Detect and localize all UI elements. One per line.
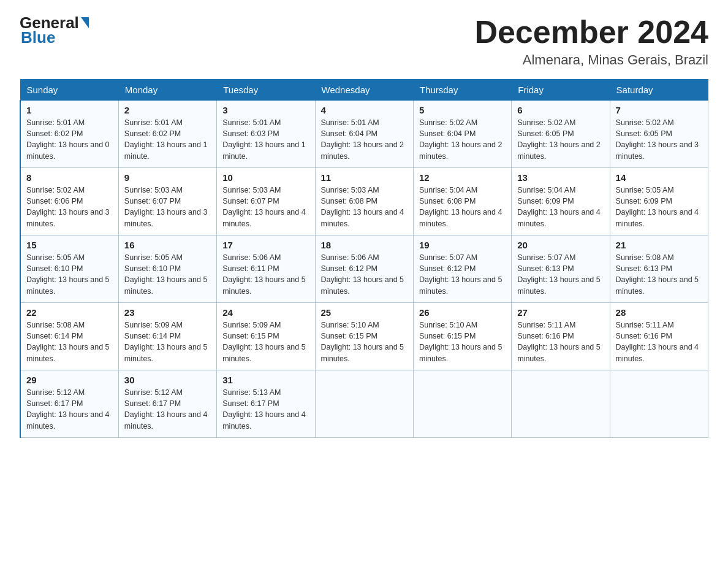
- calendar-table: Sunday Monday Tuesday Wednesday Thursday…: [20, 79, 708, 438]
- day-number: 1: [26, 105, 113, 115]
- day-number: 7: [616, 105, 702, 115]
- table-row: 10 Sunrise: 5:03 AMSunset: 6:07 PMDaylig…: [217, 168, 315, 236]
- day-info: Sunrise: 5:01 AMSunset: 6:03 PMDaylight:…: [222, 118, 306, 160]
- col-monday: Monday: [118, 80, 216, 101]
- table-row: 15 Sunrise: 5:05 AMSunset: 6:10 PMDaylig…: [20, 236, 118, 303]
- table-row: 7 Sunrise: 5:02 AMSunset: 6:05 PMDayligh…: [610, 101, 708, 168]
- day-info: Sunrise: 5:04 AMSunset: 6:09 PMDaylight:…: [517, 186, 601, 228]
- table-row: 5 Sunrise: 5:02 AMSunset: 6:04 PMDayligh…: [413, 101, 511, 168]
- day-number: 30: [124, 375, 211, 385]
- table-row: 9 Sunrise: 5:03 AMSunset: 6:07 PMDayligh…: [118, 168, 216, 236]
- day-info: Sunrise: 5:11 AMSunset: 6:16 PMDaylight:…: [616, 321, 699, 362]
- day-number: 29: [26, 375, 113, 385]
- table-row: 24 Sunrise: 5:09 AMSunset: 6:15 PMDaylig…: [217, 303, 315, 370]
- location-subtitle: Almenara, Minas Gerais, Brazil: [474, 52, 708, 68]
- day-info: Sunrise: 5:06 AMSunset: 6:11 PMDaylight:…: [222, 253, 306, 295]
- day-number: 8: [26, 172, 113, 183]
- day-number: 15: [26, 240, 113, 250]
- day-info: Sunrise: 5:02 AMSunset: 6:05 PMDaylight:…: [616, 118, 699, 160]
- table-row: [315, 370, 413, 438]
- day-number: 6: [517, 105, 604, 115]
- col-thursday: Thursday: [413, 80, 511, 101]
- day-number: 28: [616, 307, 702, 318]
- logo: General Blue: [20, 15, 90, 47]
- day-info: Sunrise: 5:02 AMSunset: 6:06 PMDaylight:…: [26, 186, 110, 228]
- table-row: 21 Sunrise: 5:08 AMSunset: 6:13 PMDaylig…: [610, 236, 708, 303]
- table-row: 4 Sunrise: 5:01 AMSunset: 6:04 PMDayligh…: [315, 101, 413, 168]
- table-row: 29 Sunrise: 5:12 AMSunset: 6:17 PMDaylig…: [20, 370, 118, 438]
- table-row: 31 Sunrise: 5:13 AMSunset: 6:17 PMDaylig…: [217, 370, 315, 438]
- calendar-header-row: Sunday Monday Tuesday Wednesday Thursday…: [20, 80, 708, 101]
- day-number: 22: [26, 307, 113, 318]
- day-number: 3: [222, 105, 309, 115]
- col-friday: Friday: [512, 80, 610, 101]
- day-info: Sunrise: 5:11 AMSunset: 6:16 PMDaylight:…: [517, 321, 601, 362]
- logo-blue-text: Blue: [21, 28, 55, 47]
- day-info: Sunrise: 5:08 AMSunset: 6:14 PMDaylight:…: [26, 321, 110, 362]
- col-saturday: Saturday: [610, 80, 708, 101]
- day-number: 24: [222, 307, 309, 318]
- col-wednesday: Wednesday: [315, 80, 413, 101]
- table-row: 18 Sunrise: 5:06 AMSunset: 6:12 PMDaylig…: [315, 236, 413, 303]
- day-number: 25: [321, 307, 408, 318]
- day-number: 18: [321, 240, 408, 250]
- month-title: December 2024: [474, 15, 708, 50]
- calendar-week-row: 8 Sunrise: 5:02 AMSunset: 6:06 PMDayligh…: [20, 168, 708, 236]
- day-info: Sunrise: 5:10 AMSunset: 6:15 PMDaylight:…: [321, 321, 404, 362]
- day-info: Sunrise: 5:13 AMSunset: 6:17 PMDaylight:…: [222, 388, 306, 430]
- day-number: 13: [517, 172, 604, 183]
- day-info: Sunrise: 5:03 AMSunset: 6:07 PMDaylight:…: [124, 186, 208, 228]
- day-number: 5: [419, 105, 506, 115]
- day-number: 16: [124, 240, 211, 250]
- table-row: 3 Sunrise: 5:01 AMSunset: 6:03 PMDayligh…: [217, 101, 315, 168]
- day-number: 17: [222, 240, 309, 250]
- table-row: 6 Sunrise: 5:02 AMSunset: 6:05 PMDayligh…: [512, 101, 610, 168]
- table-row: 14 Sunrise: 5:05 AMSunset: 6:09 PMDaylig…: [610, 168, 708, 236]
- day-number: 4: [321, 105, 408, 115]
- day-number: 10: [222, 172, 309, 183]
- table-row: [512, 370, 610, 438]
- table-row: 22 Sunrise: 5:08 AMSunset: 6:14 PMDaylig…: [20, 303, 118, 370]
- day-info: Sunrise: 5:01 AMSunset: 6:02 PMDaylight:…: [124, 118, 208, 160]
- table-row: 20 Sunrise: 5:07 AMSunset: 6:13 PMDaylig…: [512, 236, 610, 303]
- table-row: 27 Sunrise: 5:11 AMSunset: 6:16 PMDaylig…: [512, 303, 610, 370]
- day-number: 23: [124, 307, 211, 318]
- day-number: 21: [616, 240, 702, 250]
- day-info: Sunrise: 5:06 AMSunset: 6:12 PMDaylight:…: [321, 253, 404, 295]
- day-number: 14: [616, 172, 702, 183]
- day-info: Sunrise: 5:08 AMSunset: 6:13 PMDaylight:…: [616, 253, 699, 295]
- calendar-week-row: 29 Sunrise: 5:12 AMSunset: 6:17 PMDaylig…: [20, 370, 708, 438]
- table-row: 12 Sunrise: 5:04 AMSunset: 6:08 PMDaylig…: [413, 168, 511, 236]
- table-row: [610, 370, 708, 438]
- table-row: 16 Sunrise: 5:05 AMSunset: 6:10 PMDaylig…: [118, 236, 216, 303]
- calendar-week-row: 22 Sunrise: 5:08 AMSunset: 6:14 PMDaylig…: [20, 303, 708, 370]
- day-info: Sunrise: 5:05 AMSunset: 6:10 PMDaylight:…: [124, 253, 208, 295]
- day-info: Sunrise: 5:05 AMSunset: 6:10 PMDaylight:…: [26, 253, 110, 295]
- calendar-week-row: 15 Sunrise: 5:05 AMSunset: 6:10 PMDaylig…: [20, 236, 708, 303]
- day-info: Sunrise: 5:04 AMSunset: 6:08 PMDaylight:…: [419, 186, 502, 228]
- day-info: Sunrise: 5:12 AMSunset: 6:17 PMDaylight:…: [26, 388, 110, 430]
- day-number: 12: [419, 172, 506, 183]
- table-row: 23 Sunrise: 5:09 AMSunset: 6:14 PMDaylig…: [118, 303, 216, 370]
- table-row: 17 Sunrise: 5:06 AMSunset: 6:11 PMDaylig…: [217, 236, 315, 303]
- table-row: 1 Sunrise: 5:01 AMSunset: 6:02 PMDayligh…: [20, 101, 118, 168]
- day-number: 31: [222, 375, 309, 385]
- day-number: 20: [517, 240, 604, 250]
- table-row: 19 Sunrise: 5:07 AMSunset: 6:12 PMDaylig…: [413, 236, 511, 303]
- table-row: 8 Sunrise: 5:02 AMSunset: 6:06 PMDayligh…: [20, 168, 118, 236]
- day-info: Sunrise: 5:03 AMSunset: 6:08 PMDaylight:…: [321, 186, 404, 228]
- table-row: 13 Sunrise: 5:04 AMSunset: 6:09 PMDaylig…: [512, 168, 610, 236]
- logo-arrow-icon: [81, 17, 89, 28]
- day-number: 27: [517, 307, 604, 318]
- day-info: Sunrise: 5:05 AMSunset: 6:09 PMDaylight:…: [616, 186, 699, 228]
- page-header: General Blue December 2024 Almenara, Min…: [20, 15, 708, 68]
- day-info: Sunrise: 5:01 AMSunset: 6:04 PMDaylight:…: [321, 118, 404, 160]
- table-row: 25 Sunrise: 5:10 AMSunset: 6:15 PMDaylig…: [315, 303, 413, 370]
- title-area: December 2024 Almenara, Minas Gerais, Br…: [474, 15, 708, 68]
- day-number: 19: [419, 240, 506, 250]
- day-info: Sunrise: 5:02 AMSunset: 6:04 PMDaylight:…: [419, 118, 502, 160]
- day-number: 9: [124, 172, 211, 183]
- day-info: Sunrise: 5:10 AMSunset: 6:15 PMDaylight:…: [419, 321, 502, 362]
- day-info: Sunrise: 5:07 AMSunset: 6:13 PMDaylight:…: [517, 253, 601, 295]
- table-row: 28 Sunrise: 5:11 AMSunset: 6:16 PMDaylig…: [610, 303, 708, 370]
